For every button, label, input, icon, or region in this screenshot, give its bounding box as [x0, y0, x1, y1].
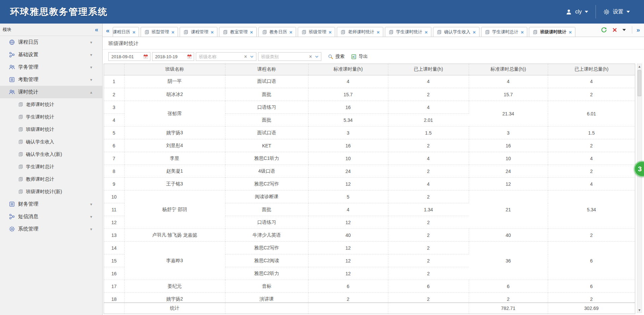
sidebar-item[interactable]: 学生课时统计 [0, 111, 102, 123]
tab-close-icon[interactable]: × [473, 30, 476, 35]
table-row[interactable]: 10 杨舒宁 邵玥 阅读诊断课 5 2 21 5.34 [104, 190, 635, 203]
calendar-icon[interactable] [187, 54, 192, 59]
tab-close-icon[interactable]: × [569, 30, 572, 35]
cell-course-name: 雅思C2写作 [225, 242, 308, 254]
floating-service-badge[interactable]: 3 [634, 161, 644, 177]
tab-menu-caret-icon[interactable] [622, 29, 626, 31]
sidebar-item[interactable]: 老师课时统计 [0, 98, 102, 111]
scrollbar-thumb[interactable] [638, 70, 641, 96]
sidebar-item[interactable]: 课程日历 ▾ [0, 36, 102, 48]
sidebar-item[interactable]: 班级课时统计 [0, 123, 102, 136]
sidebar-item[interactable]: 班级课时统计(新) [0, 185, 102, 198]
class-hours-table: 班级名称 课程名称 标准课时量(h) 已上课时量(h) 标准课时总量(h)) 已… [104, 64, 635, 314]
cell-std-hours-total: 21 [469, 190, 548, 229]
tab-close-icon[interactable]: × [425, 30, 428, 35]
sidebar-item-icon [9, 201, 15, 207]
sidebar-item[interactable]: 系统管理 ▾ [0, 223, 102, 235]
cell-class-name: 李嘉晔3 [124, 242, 225, 280]
tab-close-icon[interactable]: × [377, 30, 380, 35]
cell-class-name: 张郁霈 [124, 101, 225, 127]
cell-taught-hours-total: 6 [548, 242, 635, 280]
scroll-down-icon[interactable]: ▼ [637, 308, 642, 313]
table-row[interactable]: 9 王子铭3 雅思C2写作 12 4 12 4 [104, 178, 635, 190]
table-row[interactable]: 14 李嘉晔3 雅思C2写作 12 2 36 6 [104, 242, 635, 254]
sidebar-item[interactable]: 考勤管理 ▾ [0, 73, 102, 86]
cell-rownum: 15 [104, 254, 124, 267]
sidebar-item-label: 班级课时统计 [26, 127, 54, 133]
table-row[interactable]: 7 李昱 雅思C1听力 10 4 10 4 [104, 152, 635, 165]
topbar-divider [596, 5, 596, 19]
cell-std-hours: 15.7 [308, 88, 388, 101]
tab-close-icon[interactable]: × [289, 30, 292, 35]
sidebar-item[interactable]: 学生课时总计 [0, 161, 102, 173]
sidebar-item[interactable]: 课时统计 ▴ [0, 86, 102, 98]
clear-icon[interactable]: × [244, 54, 247, 59]
cell-std-hours-total: 12 [469, 178, 548, 190]
table-row[interactable]: 5 姚宇扬3 面试口语 3 1.5 3 1.5 [104, 127, 635, 139]
tab-close-icon[interactable]: × [250, 30, 253, 35]
tab-close-icon[interactable]: × [521, 30, 524, 35]
cell-class-name: 姜纪元 [124, 280, 225, 293]
sidebar-item[interactable]: 确认学生收入 [0, 136, 102, 148]
sidebar-item[interactable]: 学务管理 ▾ [0, 61, 102, 73]
tab-close-icon[interactable]: × [133, 30, 136, 35]
search-button[interactable]: 搜索 [328, 54, 345, 60]
table-row[interactable]: 13 卢羽凡 雏飞扬 龙嘉懿 牛津少儿英语 40 2 40 2 [104, 229, 635, 242]
tab-close-icon[interactable]: × [329, 30, 332, 35]
tab[interactable]: 课程日历 × [113, 27, 139, 37]
scroll-up-icon[interactable]: ▲ [637, 64, 642, 69]
sidebar-item-icon [18, 102, 23, 107]
user-name: cly [575, 9, 582, 15]
sidebar-item-icon [9, 51, 15, 58]
sidebar-item-icon [18, 189, 23, 194]
refresh-tab-icon[interactable] [601, 27, 607, 33]
tab[interactable]: 教务日历 × [258, 27, 296, 37]
tab-scroll-left-icon[interactable]: « [106, 27, 110, 34]
sidebar-item[interactable]: 教师课时总计 [0, 173, 102, 185]
clear-icon[interactable]: × [309, 54, 312, 59]
tab[interactable]: 学生课时统计 × [385, 27, 431, 37]
cell-rownum: 3 [104, 101, 124, 114]
sidebar-item[interactable]: 基础设置 ▾ [0, 48, 102, 61]
table-row[interactable]: 17 姜纪元 音标 6 6 6 6 [104, 280, 635, 293]
vertical-scrollbar[interactable]: ▲ ▼ [637, 64, 642, 313]
chevron-down-icon[interactable] [315, 55, 319, 59]
tab-scroll-right-icon[interactable]: » [632, 26, 640, 34]
calendar-icon[interactable] [143, 54, 148, 59]
table-row[interactable]: 2 胡冰冰2 面批 15.7 2 15.7 2 [104, 88, 635, 101]
table-row[interactable]: 8 赵美凝1 4级口语 24 2 24 2 [104, 165, 635, 178]
class-name-input[interactable] [196, 53, 256, 61]
close-all-tabs-icon[interactable] [612, 28, 617, 32]
table-row[interactable]: 18 姚宇扬2 演讲课 2 2 2 2 [104, 293, 635, 303]
table-row[interactable]: 1 阴一平 面试口语 4 4 4 4 [104, 75, 635, 88]
table-body[interactable]: 1 阴一平 面试口语 4 4 4 4 2 胡冰冰2 [104, 75, 635, 303]
sidebar-item[interactable]: 短信消息 ▾ [0, 210, 102, 223]
document-icon [341, 30, 346, 35]
sidebar-item[interactable]: 确认学生收入(新) [0, 148, 102, 161]
tab[interactable]: 班级管理 × [298, 27, 335, 37]
cell-course-name: 演讲课 [225, 293, 308, 303]
table-row[interactable]: 3 张郁霈 口语练习 16 4 21.34 6.01 [104, 101, 635, 114]
date-to-box [152, 52, 194, 61]
tab-close-icon[interactable]: × [172, 30, 175, 35]
tab-close-icon[interactable]: × [211, 30, 214, 35]
sidebar-collapse-icon[interactable]: « [95, 26, 98, 33]
export-button[interactable]: 导出 [351, 54, 368, 60]
tab[interactable]: 班级课时统计 × [529, 27, 575, 37]
tab-label: 课程管理 [191, 29, 208, 35]
sidebar-item-icon [9, 64, 15, 70]
tab[interactable]: 教室管理 × [219, 27, 257, 37]
cell-taught-hours-total: 1.5 [548, 127, 635, 139]
tab[interactable]: 老师课时统计 × [337, 27, 383, 37]
tab[interactable]: 课程管理 × [180, 27, 217, 37]
user-menu[interactable]: cly [566, 9, 588, 15]
tab[interactable]: 班型管理 × [141, 27, 178, 37]
sidebar-item[interactable]: 财务管理 ▾ [0, 198, 102, 210]
cell-taught-hours: 2.01 [388, 114, 469, 127]
tab[interactable]: 确认学生收入 × [433, 27, 479, 37]
table-row[interactable]: 6 刘昱彤4 KET 16 2 16 2 [104, 139, 635, 152]
chevron-down-icon[interactable] [250, 55, 254, 59]
tab[interactable]: 学生课时总计 × [481, 27, 528, 37]
tab-label: 教务日历 [270, 29, 287, 35]
settings-menu[interactable]: 设置 [603, 8, 630, 15]
